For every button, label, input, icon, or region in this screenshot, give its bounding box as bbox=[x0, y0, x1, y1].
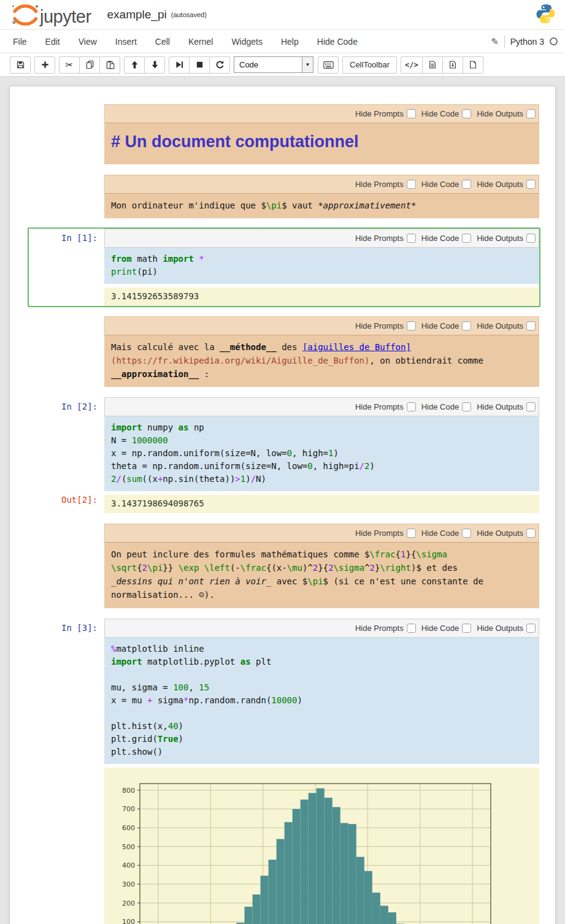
jupyter-app: jupyter example_pi (autosaved) FileEditV… bbox=[0, 0, 565, 923]
notebook-cell-md-buffon[interactable]: Hide PromptsHide CodeHide OutputsMais ca… bbox=[28, 315, 540, 388]
code-editor[interactable]: import numpy as npN = 1000000x = np.rand… bbox=[104, 416, 539, 491]
hide-outputs-checkbox[interactable] bbox=[526, 180, 536, 189]
svg-text:500: 500 bbox=[122, 842, 135, 850]
command-palette-button[interactable] bbox=[318, 56, 339, 74]
cut-cell-button[interactable]: ✂ bbox=[59, 56, 80, 74]
run-cell-button[interactable] bbox=[169, 56, 190, 74]
notebook-cell-code-2[interactable]: In [2]:Hide PromptsHide CodeHide Outputs… bbox=[28, 396, 540, 514]
kernel-status-icon bbox=[550, 37, 558, 45]
notebook-cell-md-heading[interactable]: Hide PromptsHide CodeHide Outputs# Un do… bbox=[28, 103, 540, 166]
source-line bbox=[111, 707, 532, 720]
move-cell-up-button[interactable] bbox=[124, 56, 145, 74]
export-doc-button[interactable] bbox=[422, 56, 443, 74]
hide-prompts-label: Hide Prompts bbox=[355, 529, 404, 538]
save-icon bbox=[16, 60, 25, 69]
source-line: print(pi) bbox=[111, 265, 532, 278]
source-line: theta = np.random.uniform(size=N, low=0,… bbox=[111, 460, 532, 473]
save-button[interactable] bbox=[10, 56, 31, 74]
markdown-source[interactable]: On peut inclure des formules mathématiqu… bbox=[104, 543, 539, 608]
source-line: from math import * bbox=[111, 253, 532, 265]
keyboard-icon bbox=[323, 61, 334, 69]
notebook-title[interactable]: example_pi bbox=[107, 8, 167, 21]
source-line: plt.hist(x,40) bbox=[111, 720, 532, 733]
input-prompt: In [1]: bbox=[29, 229, 104, 248]
restart-kernel-button[interactable] bbox=[209, 56, 230, 74]
input-prompt: In [3]: bbox=[29, 619, 104, 638]
menu-cell[interactable]: Cell bbox=[146, 34, 179, 50]
notebook-cell-md-formules[interactable]: Hide PromptsHide CodeHide OutputsOn peut… bbox=[28, 522, 540, 609]
notebook-cell-code-1[interactable]: In [1]:Hide PromptsHide CodeHide Outputs… bbox=[28, 227, 540, 307]
hide-prompts-checkbox[interactable] bbox=[407, 529, 416, 538]
hide-code-checkbox[interactable] bbox=[462, 234, 471, 243]
celltoolbar-button[interactable]: CellToolbar bbox=[342, 56, 397, 74]
menu-file[interactable]: File bbox=[4, 34, 36, 50]
hide-code-checkbox[interactable] bbox=[462, 321, 471, 330]
hide-outputs-label: Hide Outputs bbox=[477, 180, 523, 189]
jupyter-logo[interactable]: jupyter bbox=[10, 2, 91, 27]
blank-document-icon bbox=[469, 60, 477, 69]
hide-prompts-checkbox[interactable] bbox=[407, 109, 416, 118]
cell-toolbar: Hide PromptsHide CodeHide Outputs bbox=[104, 397, 539, 416]
hide-prompts-toggle: Hide Prompts bbox=[355, 321, 416, 330]
code-editor[interactable]: from math import *print(pi) bbox=[104, 248, 539, 284]
menu-help[interactable]: Help bbox=[272, 34, 308, 50]
code-editor[interactable]: %matplotlib inlineimport matplotlib.pypl… bbox=[104, 638, 539, 764]
hide-prompts-checkbox[interactable] bbox=[407, 321, 416, 330]
hide-outputs-label: Hide Outputs bbox=[477, 624, 523, 633]
markdown-source[interactable]: Mais calculé avec la __méthode__ des [ai… bbox=[104, 335, 539, 387]
hide-code-checkbox[interactable] bbox=[462, 529, 471, 538]
hide-outputs-label: Hide Outputs bbox=[477, 529, 523, 538]
menu-edit[interactable]: Edit bbox=[36, 34, 69, 50]
hide-prompts-checkbox[interactable] bbox=[407, 180, 416, 189]
hide-outputs-checkbox[interactable] bbox=[526, 624, 536, 633]
hide-code-checkbox[interactable] bbox=[462, 624, 471, 633]
menu-view[interactable]: View bbox=[69, 34, 106, 50]
menu-kernel[interactable]: Kernel bbox=[179, 34, 222, 50]
notebook-cell-md-pi[interactable]: Hide PromptsHide CodeHide OutputsMon ord… bbox=[28, 174, 540, 220]
step-forward-icon bbox=[175, 60, 184, 69]
cell-toolbar: Hide PromptsHide CodeHide Outputs bbox=[104, 619, 539, 638]
hide-prompts-checkbox[interactable] bbox=[407, 234, 416, 243]
markdown-source[interactable]: # Un document computationnel bbox=[104, 123, 539, 164]
copy-cell-button[interactable] bbox=[79, 56, 100, 74]
app-header: jupyter example_pi (autosaved) bbox=[0, 0, 565, 30]
source-line: __approximation__ : bbox=[111, 367, 532, 381]
menu-hide-code[interactable]: Hide Code bbox=[308, 34, 367, 50]
toggle-code-button[interactable]: </> bbox=[401, 56, 423, 74]
input-prompt bbox=[29, 104, 104, 123]
markdown-link[interactable]: [aiguilles de Buffon] bbox=[302, 342, 411, 352]
edit-mode-pencil-icon: ✎ bbox=[491, 36, 499, 47]
new-document-button[interactable] bbox=[463, 56, 483, 74]
dropdown-arrow-icon[interactable]: ▼ bbox=[302, 57, 313, 72]
interrupt-kernel-button[interactable] bbox=[189, 56, 210, 74]
menu-widgets[interactable]: Widgets bbox=[222, 34, 272, 50]
hide-code-label: Hide Code bbox=[421, 624, 459, 633]
add-cell-button[interactable] bbox=[34, 56, 55, 74]
hide-code-checkbox[interactable] bbox=[462, 402, 471, 411]
input-prompt bbox=[29, 524, 104, 543]
cell-toolbar: Hide PromptsHide CodeHide Outputs bbox=[104, 524, 539, 543]
source-line: mu, sigma = 100, 15 bbox=[111, 681, 532, 694]
notebook-cell-code-3[interactable]: In [3]:Hide PromptsHide CodeHide Outputs… bbox=[28, 617, 540, 924]
jupyter-logo-icon bbox=[10, 2, 39, 27]
notebook-scroll-area[interactable]: Hide PromptsHide CodeHide Outputs# Un do… bbox=[0, 77, 565, 923]
hide-outputs-checkbox[interactable] bbox=[526, 321, 536, 330]
markdown-source[interactable]: Mon ordinateur m'indique que $\pi$ vaut … bbox=[104, 194, 539, 218]
paste-cell-button[interactable] bbox=[99, 56, 120, 74]
hide-outputs-checkbox[interactable] bbox=[526, 529, 536, 538]
hide-prompts-checkbox[interactable] bbox=[407, 402, 416, 411]
hide-prompts-checkbox[interactable] bbox=[407, 624, 416, 633]
hide-prompts-toggle: Hide Prompts bbox=[355, 109, 416, 118]
hide-prompts-toggle: Hide Prompts bbox=[355, 529, 416, 538]
hide-code-checkbox[interactable] bbox=[462, 180, 471, 189]
hide-code-label: Hide Code bbox=[421, 321, 459, 330]
hide-outputs-checkbox[interactable] bbox=[526, 402, 536, 411]
menu-insert[interactable]: Insert bbox=[106, 34, 146, 50]
output-prompt: Out[2]: bbox=[29, 491, 104, 513]
hide-outputs-checkbox[interactable] bbox=[526, 109, 536, 118]
hide-outputs-checkbox[interactable] bbox=[526, 234, 536, 243]
export-pdf-button[interactable] bbox=[442, 56, 463, 74]
move-cell-down-button[interactable] bbox=[144, 56, 165, 74]
hide-code-checkbox[interactable] bbox=[462, 109, 471, 118]
cell-type-select[interactable]: Code ▼ bbox=[234, 56, 313, 73]
